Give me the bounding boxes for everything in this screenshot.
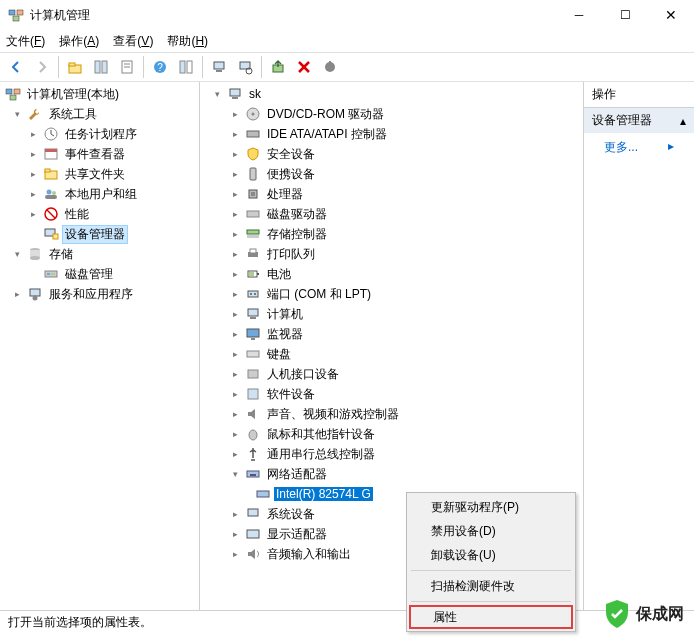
tree-shared-folders[interactable]: ▸ 共享文件夹 bbox=[0, 164, 199, 184]
tree-system-tools[interactable]: ▾ 系统工具 bbox=[0, 104, 199, 124]
help-button[interactable]: ? bbox=[148, 55, 172, 79]
show-hide-button[interactable] bbox=[89, 55, 113, 79]
chevron-right-icon[interactable]: ▸ bbox=[228, 387, 242, 401]
tree-event-viewer[interactable]: ▸ 事件查看器 bbox=[0, 144, 199, 164]
chevron-right-icon[interactable]: ▸ bbox=[228, 367, 242, 381]
context-disable-device[interactable]: 禁用设备(D) bbox=[409, 519, 573, 543]
minimize-button[interactable]: ─ bbox=[556, 0, 602, 30]
tree-services-apps[interactable]: ▸ 服务和应用程序 bbox=[0, 284, 199, 304]
chevron-right-icon[interactable]: ▸ bbox=[228, 147, 242, 161]
chevron-down-icon[interactable]: ▾ bbox=[10, 247, 24, 261]
chevron-right-icon[interactable]: ▸ bbox=[228, 187, 242, 201]
device-monitor[interactable]: ▸监视器 bbox=[200, 324, 583, 344]
svg-rect-21 bbox=[6, 89, 12, 94]
chevron-down-icon[interactable]: ▾ bbox=[210, 87, 224, 101]
device-software[interactable]: ▸软件设备 bbox=[200, 384, 583, 404]
chevron-right-icon[interactable]: ▸ bbox=[228, 207, 242, 221]
tree-root-computer-management[interactable]: 计算机管理(本地) bbox=[0, 84, 199, 104]
tree-task-scheduler[interactable]: ▸ 任务计划程序 bbox=[0, 124, 199, 144]
menu-file[interactable]: 文件(F) bbox=[6, 33, 45, 50]
svg-rect-49 bbox=[250, 168, 256, 180]
actions-more[interactable]: 更多... ▸ bbox=[584, 133, 694, 162]
maximize-button[interactable]: ☐ bbox=[602, 0, 648, 30]
chevron-right-icon[interactable]: ▸ bbox=[228, 227, 242, 241]
tree-device-manager[interactable]: 设备管理器 bbox=[0, 224, 199, 244]
menu-help[interactable]: 帮助(H) bbox=[167, 33, 208, 50]
device-network-adapters[interactable]: ▾网络适配器 bbox=[200, 464, 583, 484]
update-driver-button[interactable] bbox=[266, 55, 290, 79]
menu-action[interactable]: 操作(A) bbox=[59, 33, 99, 50]
device-mouse[interactable]: ▸鼠标和其他指针设备 bbox=[200, 424, 583, 444]
context-scan-hardware[interactable]: 扫描检测硬件改 bbox=[409, 574, 573, 598]
chevron-right-icon[interactable]: ▸ bbox=[10, 287, 24, 301]
context-update-driver[interactable]: 更新驱动程序(P) bbox=[409, 495, 573, 519]
chevron-right-icon[interactable]: ▸ bbox=[228, 107, 242, 121]
close-button[interactable]: ✕ bbox=[648, 0, 694, 30]
monitor-icon bbox=[245, 326, 261, 342]
device-cpu[interactable]: ▸处理器 bbox=[200, 184, 583, 204]
device-keyboard[interactable]: ▸键盘 bbox=[200, 344, 583, 364]
context-uninstall-device[interactable]: 卸载设备(U) bbox=[409, 543, 573, 567]
tree-storage[interactable]: ▾ 存储 bbox=[0, 244, 199, 264]
device-root[interactable]: ▾ sk bbox=[200, 84, 583, 104]
chevron-right-icon[interactable]: ▸ bbox=[26, 127, 40, 141]
chevron-right-icon[interactable]: ▸ bbox=[26, 207, 40, 221]
chevron-right-icon[interactable]: ▸ bbox=[228, 527, 242, 541]
device-print-queue[interactable]: ▸打印队列 bbox=[200, 244, 583, 264]
chevron-right-icon[interactable]: ▸ bbox=[228, 447, 242, 461]
device-usb[interactable]: ▸通用串行总线控制器 bbox=[200, 444, 583, 464]
chevron-right-icon[interactable]: ▸ bbox=[228, 167, 242, 181]
action-button[interactable] bbox=[174, 55, 198, 79]
chevron-down-icon[interactable]: ▾ bbox=[10, 107, 24, 121]
chevron-right-icon[interactable]: ▸ bbox=[26, 147, 40, 161]
status-bar: 打开当前选择项的属性表。 bbox=[0, 610, 694, 634]
menu-view[interactable]: 查看(V) bbox=[113, 33, 153, 50]
up-button[interactable] bbox=[63, 55, 87, 79]
chevron-right-icon[interactable]: ▸ bbox=[228, 267, 242, 281]
chevron-right-icon[interactable]: ▸ bbox=[26, 187, 40, 201]
device-hid[interactable]: ▸人机接口设备 bbox=[200, 364, 583, 384]
properties-button[interactable] bbox=[115, 55, 139, 79]
scan-button[interactable] bbox=[233, 55, 257, 79]
device-battery[interactable]: ▸电池 bbox=[200, 264, 583, 284]
device-portable[interactable]: ▸便携设备 bbox=[200, 164, 583, 184]
chevron-down-icon[interactable]: ▾ bbox=[228, 467, 242, 481]
tree-local-users[interactable]: ▸ 本地用户和组 bbox=[0, 184, 199, 204]
context-menu: 更新驱动程序(P) 禁用设备(D) 卸载设备(U) 扫描检测硬件改 属性 bbox=[406, 492, 576, 632]
chevron-right-icon[interactable]: ▸ bbox=[228, 307, 242, 321]
device-computer[interactable]: ▸计算机 bbox=[200, 304, 583, 324]
svg-rect-22 bbox=[14, 89, 20, 94]
device-security[interactable]: ▸安全设备 bbox=[200, 144, 583, 164]
chevron-right-icon[interactable]: ▸ bbox=[228, 507, 242, 521]
tree-disk-management[interactable]: 磁盘管理 bbox=[0, 264, 199, 284]
chevron-right-icon[interactable]: ▸ bbox=[228, 547, 242, 561]
device-dvd[interactable]: ▸DVD/CD-ROM 驱动器 bbox=[200, 104, 583, 124]
context-separator bbox=[411, 601, 571, 602]
chevron-right-icon[interactable]: ▸ bbox=[228, 127, 242, 141]
chevron-right-icon[interactable]: ▸ bbox=[228, 407, 242, 421]
svg-rect-15 bbox=[216, 70, 222, 72]
chevron-right-icon[interactable]: ▸ bbox=[228, 327, 242, 341]
svg-rect-23 bbox=[10, 95, 16, 100]
chevron-right-icon[interactable]: ▸ bbox=[26, 167, 40, 181]
disable-button[interactable] bbox=[318, 55, 342, 79]
computer-button[interactable] bbox=[207, 55, 231, 79]
device-ide[interactable]: ▸IDE ATA/ATAPI 控制器 bbox=[200, 124, 583, 144]
chevron-right-icon[interactable]: ▸ bbox=[228, 247, 242, 261]
device-diskdrive[interactable]: ▸磁盘驱动器 bbox=[200, 204, 583, 224]
device-ports[interactable]: ▸端口 (COM 和 LPT) bbox=[200, 284, 583, 304]
storage-controller-icon bbox=[245, 226, 261, 242]
actions-device-manager[interactable]: 设备管理器 ▴ bbox=[584, 108, 694, 133]
chevron-right-icon[interactable]: ▸ bbox=[228, 287, 242, 301]
tree-performance[interactable]: ▸ 性能 bbox=[0, 204, 199, 224]
software-icon bbox=[245, 386, 261, 402]
chevron-right-icon[interactable]: ▸ bbox=[228, 427, 242, 441]
chevron-right-icon: ▸ bbox=[668, 139, 674, 156]
device-sound[interactable]: ▸声音、视频和游戏控制器 bbox=[200, 404, 583, 424]
device-storage-controller[interactable]: ▸存储控制器 bbox=[200, 224, 583, 244]
uninstall-button[interactable] bbox=[292, 55, 316, 79]
chevron-right-icon[interactable]: ▸ bbox=[228, 347, 242, 361]
context-properties[interactable]: 属性 bbox=[409, 605, 573, 629]
forward-button[interactable] bbox=[30, 55, 54, 79]
back-button[interactable] bbox=[4, 55, 28, 79]
